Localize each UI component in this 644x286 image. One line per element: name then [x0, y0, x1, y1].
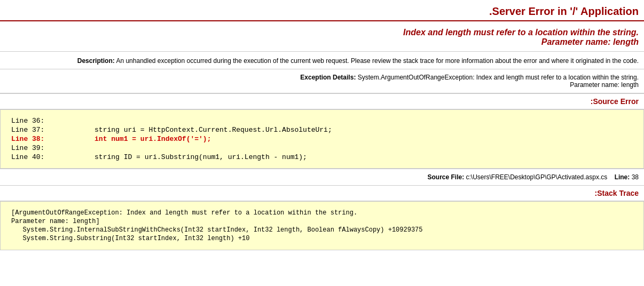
source-file-section: Source File: c:\Users\FREE\Desktop\GP\GP…: [0, 169, 644, 186]
code-line-39: Line 39:: [1, 144, 643, 153]
stack-line-2: Parameter name: length]: [11, 218, 633, 225]
exception-details-section: Exception Details: System.ArgumentOutOfR…: [0, 69, 644, 93]
stack-line-4: System.String.Substring(Int32 startIndex…: [11, 235, 633, 242]
source-file-line-label: Line:: [615, 173, 630, 181]
code-line-38: Line 38: int num1 = uri.IndexOf('=');: [1, 134, 643, 144]
error-message-line1: Index and length must refer to a locatio…: [5, 28, 639, 37]
stack-line-1: [ArgumentOutOfRangeException: Index and …: [11, 209, 633, 217]
source-error-bar: :Source Error: [0, 93, 644, 109]
exception-details-body2: Parameter name: length: [570, 81, 639, 89]
stack-line-3: System.String.InternalSubStringWithCheck…: [11, 226, 633, 234]
source-error-label: :Source Error: [591, 97, 639, 106]
source-file-label: Source File:: [428, 173, 465, 181]
error-message-line2: Parameter name: length: [5, 37, 639, 47]
description-body: An unhandled exception occurred during t…: [116, 57, 639, 65]
stack-trace-label: :Stack Trace: [595, 189, 639, 197]
source-file-path: c:\Users\FREE\Desktop\GP\GP\Activated.as…: [466, 173, 608, 181]
exception-details-text: Exception Details: System.ArgumentOutOfR…: [5, 74, 639, 81]
exception-details-body: System.ArgumentOutOfRangeException: Inde…: [358, 74, 639, 81]
server-error-title-text: .Server Error in '/' Application: [489, 5, 639, 17]
code-line-40: Line 40: string ID = uri.Substring(num1,…: [1, 153, 643, 162]
code-line-36: Line 36:: [1, 116, 643, 125]
stack-trace-bar: :Stack Trace: [0, 186, 644, 201]
stack-trace-section: [ArgumentOutOfRangeException: Index and …: [0, 201, 644, 250]
description-label: Description:: [77, 57, 115, 65]
description-text: Description: An unhandled exception occu…: [5, 57, 639, 65]
code-section: Line 36: Line 37: string uri = HttpConte…: [0, 109, 644, 169]
code-line-37: Line 37: string uri = HttpContext.Curren…: [1, 125, 643, 134]
exception-details-label: Exception Details:: [300, 74, 356, 81]
server-error-title: .Server Error in '/' Application: [0, 0, 644, 21]
error-message-section: Index and length must refer to a locatio…: [0, 21, 644, 52]
source-file-line-number: 38: [632, 173, 639, 181]
exception-details-text2: Parameter name: length: [5, 81, 639, 89]
description-section: Description: An unhandled exception occu…: [0, 52, 644, 69]
